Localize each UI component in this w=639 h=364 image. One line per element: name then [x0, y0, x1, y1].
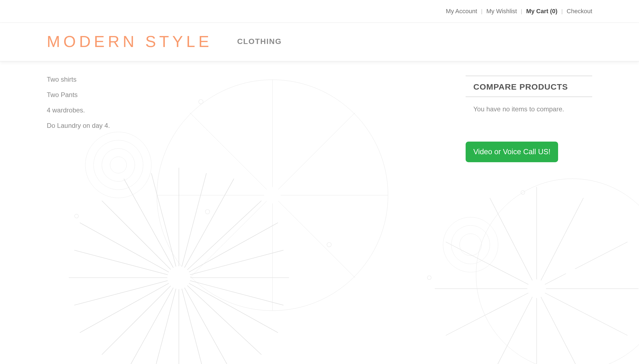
header: MODERN STYLE CLOTHING	[0, 23, 639, 61]
svg-line-21	[124, 179, 179, 278]
svg-line-6	[272, 195, 355, 278]
compare-products-box: COMPARE PRODUCTS You have no items to co…	[466, 76, 592, 114]
svg-line-50	[490, 198, 537, 289]
nav-clothing[interactable]: CLOTHING	[237, 37, 282, 46]
svg-line-17	[124, 278, 179, 364]
svg-line-31	[74, 278, 179, 305]
svg-line-15	[179, 278, 234, 364]
svg-point-58	[205, 209, 210, 214]
svg-line-27	[179, 278, 261, 355]
svg-line-18	[80, 278, 179, 333]
svg-line-40	[537, 198, 583, 289]
svg-point-61	[427, 276, 431, 280]
content-line: Two shirts	[47, 76, 294, 83]
svg-line-41	[537, 242, 627, 289]
svg-line-11	[179, 179, 234, 278]
content-body: Two shirts Two Pants 4 wardrobes. Do Lau…	[47, 76, 294, 162]
separator: |	[561, 8, 563, 14]
my-wishlist-link[interactable]: My Wishlist	[486, 8, 517, 15]
svg-line-30	[102, 278, 179, 355]
svg-point-55	[451, 225, 490, 264]
svg-point-62	[521, 191, 525, 194]
my-cart-link[interactable]: My Cart (0)	[526, 8, 558, 15]
content-line: Do Laundry on day 4.	[47, 122, 294, 129]
svg-line-26	[179, 278, 283, 305]
svg-point-60	[327, 242, 331, 247]
svg-line-43	[537, 289, 627, 335]
svg-point-56	[460, 234, 482, 256]
svg-line-25	[179, 250, 283, 278]
svg-point-52	[476, 179, 639, 364]
svg-line-24	[179, 201, 261, 278]
svg-point-53	[566, 268, 579, 282]
svg-line-20	[80, 223, 179, 278]
svg-point-9	[264, 187, 281, 203]
svg-line-33	[102, 201, 179, 278]
video-voice-call-button[interactable]: Video or Voice Call US!	[466, 142, 558, 162]
svg-line-23	[151, 173, 179, 278]
svg-line-12	[179, 223, 278, 278]
checkout-link[interactable]: Checkout	[567, 8, 592, 15]
main-content: Two shirts Two Pants 4 wardrobes. Do Lau…	[0, 61, 639, 162]
svg-point-34	[167, 266, 190, 289]
svg-line-22	[179, 173, 206, 278]
svg-point-54	[443, 217, 498, 272]
svg-line-49	[446, 242, 537, 289]
svg-line-7	[190, 195, 272, 278]
content-line: Two Pants	[47, 91, 294, 99]
separator: |	[481, 8, 482, 14]
my-account-link[interactable]: My Account	[446, 8, 477, 15]
separator: |	[521, 8, 522, 14]
content-line: 4 wardrobes.	[47, 106, 294, 114]
site-logo[interactable]: MODERN STYLE	[47, 32, 212, 51]
top-utility-bar: My Account | My Wishlist | My Cart (0) |…	[0, 0, 639, 23]
svg-line-46	[490, 289, 537, 364]
compare-products-title: COMPARE PRODUCTS	[466, 76, 592, 97]
svg-point-59	[75, 214, 78, 218]
compare-products-empty-text: You have no items to compare.	[466, 97, 592, 114]
svg-line-47	[446, 289, 537, 335]
svg-point-51	[527, 279, 546, 298]
sidebar: COMPARE PRODUCTS You have no items to co…	[466, 76, 592, 162]
svg-line-32	[74, 250, 179, 278]
svg-line-29	[151, 278, 179, 364]
svg-line-14	[179, 278, 278, 333]
svg-line-44	[537, 289, 583, 364]
svg-line-28	[179, 278, 206, 364]
